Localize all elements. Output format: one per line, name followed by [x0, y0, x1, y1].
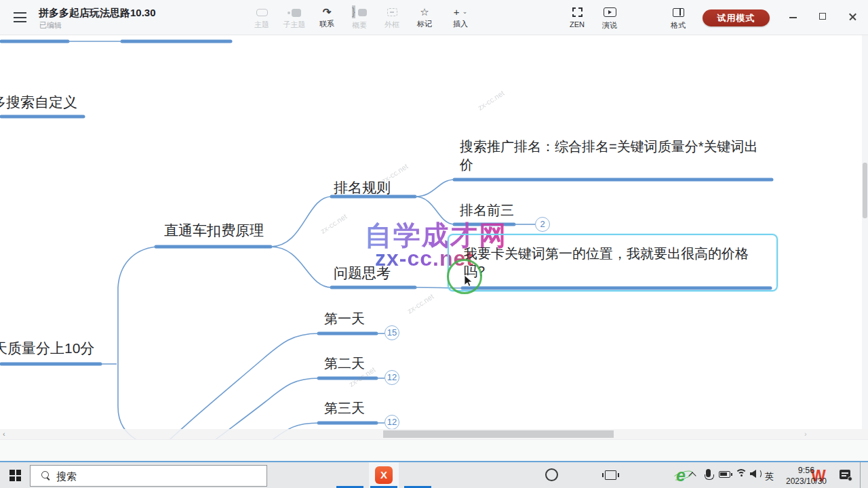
node-day1[interactable]: 第一天: [324, 310, 365, 328]
clock-date: 2023/10/30: [780, 476, 833, 486]
vertical-scrollbar-thumb[interactable]: [863, 163, 867, 218]
document-title: 拼多多起店玩法思路10.30: [39, 7, 156, 20]
node-rank-top3[interactable]: 排名前三: [460, 201, 514, 220]
close-button[interactable]: [841, 7, 865, 27]
toolbar-marker-button[interactable]: ☆ 标记: [408, 4, 441, 33]
vertical-scrollbar[interactable]: [862, 35, 868, 429]
horizontal-scrollbar-thumb[interactable]: [383, 430, 614, 438]
collapsed-badge-day2[interactable]: 12: [384, 370, 399, 385]
zen-mode-icon: [572, 7, 583, 17]
mindmap-canvas[interactable]: zx-cc.net zx-cc.net zx-cc.net zx-cc.net …: [0, 35, 868, 439]
toolbar-boundary-button[interactable]: 外框: [375, 4, 409, 33]
cortana-button[interactable]: [270, 462, 294, 488]
toolbar-relationship-button[interactable]: ↷ 联系: [310, 4, 344, 33]
plus-icon: + ⌄: [454, 5, 467, 18]
minimize-button[interactable]: [781, 7, 806, 27]
start-button[interactable]: [0, 462, 30, 488]
show-desktop-button[interactable]: [860, 462, 868, 488]
collapsed-badge-day3[interactable]: 12: [384, 415, 399, 430]
internet-explorer-icon: e: [676, 466, 686, 485]
node-paid-traffic[interactable]: 直通车扣费原理: [164, 221, 264, 240]
windows-logo-icon: [9, 470, 21, 481]
wifi-icon[interactable]: [735, 469, 747, 479]
node-day2[interactable]: 第二天: [324, 354, 365, 373]
battery-icon[interactable]: [719, 471, 730, 478]
internet-explorer-button[interactable]: e: [335, 462, 365, 488]
menu-hamburger-icon[interactable]: [14, 12, 26, 22]
maximize-icon: [819, 13, 826, 20]
relationship-icon: ↷: [323, 5, 332, 18]
taskbar: e X W 英 9:56 2023/10/30: [0, 461, 868, 488]
collapsed-badge-day1[interactable]: 15: [384, 325, 399, 340]
document-status: 已编辑: [39, 20, 62, 30]
xmind-icon: X: [375, 466, 393, 484]
play-icon: [604, 7, 616, 17]
node-search-custom[interactable]: 多搜索自定义: [0, 93, 77, 112]
star-icon: ☆: [420, 5, 429, 18]
node-question-think[interactable]: 问题思考: [334, 264, 391, 283]
toolbar-summary-button[interactable]: 概要: [342, 4, 376, 33]
input-language-indicator[interactable]: 英: [765, 470, 774, 483]
toolbar-insert-button[interactable]: + ⌄ 插入: [443, 4, 477, 33]
horizontal-scrollbar[interactable]: ‹ ›: [0, 429, 868, 439]
wps-button[interactable]: W: [403, 462, 433, 488]
summary-icon: [352, 8, 367, 17]
toolbar-zen-button[interactable]: ZEN: [560, 4, 594, 33]
format-panel-icon: [673, 8, 684, 17]
titlebar: 拼多多起店玩法思路10.30 已编辑 主题 子主题 ↷ 联系 概要 外框 ☆ 标…: [0, 0, 868, 35]
taskbar-search[interactable]: [30, 465, 267, 487]
node-day3[interactable]: 第三天: [324, 399, 365, 418]
topic-icon: [256, 9, 268, 16]
boundary-icon: [387, 8, 397, 16]
collapsed-badge-rank-top3[interactable]: 2: [535, 217, 550, 232]
subtopic-icon: [288, 9, 301, 16]
task-view-icon: [605, 470, 616, 480]
scroll-right-arrow[interactable]: ›: [804, 430, 807, 438]
cortana-icon: [545, 468, 558, 481]
trial-mode-button[interactable]: 试用模式: [703, 9, 770, 26]
toolbar-topic-button[interactable]: 主题: [245, 4, 279, 33]
node-rank-rules[interactable]: 排名规则: [334, 178, 391, 197]
taskbar-clock[interactable]: 9:56 2023/10/30: [780, 466, 833, 486]
status-bar: [0, 439, 868, 461]
speaker-wave: [755, 469, 762, 479]
maximize-button[interactable]: [811, 7, 835, 27]
search-icon: [41, 471, 51, 481]
task-view-button[interactable]: [298, 462, 326, 488]
minimize-icon: [789, 17, 797, 18]
microphone-icon[interactable]: [706, 469, 711, 477]
mouse-cursor: [464, 274, 473, 287]
scroll-left-arrow[interactable]: ‹: [3, 430, 5, 438]
search-input[interactable]: [56, 466, 260, 486]
toolbar-subtopic-button[interactable]: 子主题: [277, 4, 311, 33]
node-search-rank-formula[interactable]: 搜索推广排名：综合排名=关键词质量分*关键词出价: [460, 138, 770, 174]
screen: { "titlebar": { "title": "拼多多起店玩法思路10.30…: [0, 0, 868, 488]
toolbar-present-button[interactable]: 演说: [593, 4, 627, 33]
toolbar-format-button[interactable]: 格式: [661, 4, 695, 33]
action-center-icon[interactable]: [840, 470, 850, 479]
clock-time: 9:56: [780, 466, 833, 475]
node-quality-score[interactable]: 三天质量分上10分: [0, 339, 94, 358]
xmind-button[interactable]: X: [369, 462, 399, 488]
selected-node-outline[interactable]: [448, 234, 778, 291]
